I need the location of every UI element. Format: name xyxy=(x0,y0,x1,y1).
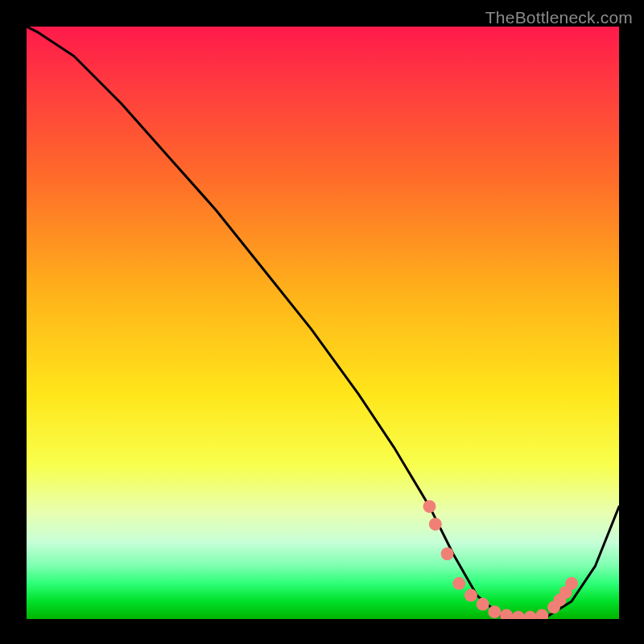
watermark-text: TheBottleneck.com xyxy=(485,8,633,27)
chart-plot-area xyxy=(27,27,619,619)
